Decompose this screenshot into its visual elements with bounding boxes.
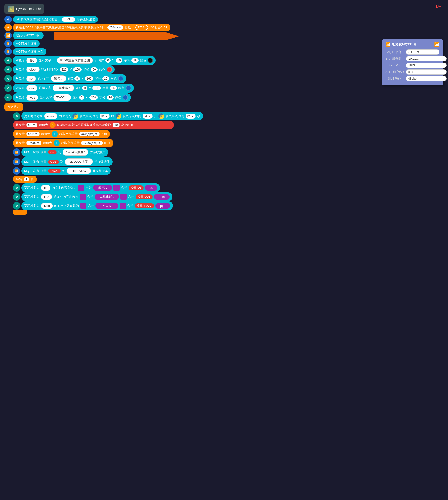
- mqtt-pub-o2-row: MQTT发布 变量 O2 到 " siot/O2浓度 " 并存数据库: [21, 148, 108, 157]
- obj-quote-close-title: 」: [94, 58, 97, 62]
- mqtt-popup-title-row: 📶 初始化MQTT ⚙ 📶: [385, 42, 439, 47]
- topic-o2-val: " siot/O2浓度 ": [66, 150, 85, 154]
- clock-update-mid: 的时间为: [59, 114, 71, 118]
- color-dot-blue-co2[interactable]: [126, 85, 131, 91]
- var-o2-action: I2C氧气浓度传感器读取环境氧气浓度取: [57, 123, 111, 127]
- mqtt-pass-input[interactable]: [406, 76, 447, 81]
- obj-title-icon: ⊖: [4, 57, 12, 64]
- time-dropdown[interactable]: 250ms ▼: [107, 25, 123, 30]
- obj-name-o2-val: o2: [29, 77, 33, 80]
- mqtt-pub-o2-icon: 📶: [13, 149, 20, 156]
- obj-quote-open-title: 「: [52, 58, 55, 62]
- loop-end-bar: [13, 211, 27, 215]
- text-icon-1: ≡: [78, 185, 84, 191]
- dropdown-arrow: ▼: [33, 123, 35, 127]
- color-dot-red[interactable]: [107, 67, 112, 72]
- address-dropdown[interactable]: 0x73 ▼: [62, 17, 75, 22]
- var-tvoc-quality-dropdown[interactable]: TVOC(ppb) ▼: [81, 141, 103, 145]
- df-label: DF: [436, 4, 441, 9]
- mqtt-platform-field: MQTT平台： SIOT ▼: [385, 49, 439, 55]
- obj-tvoc-block: ⊖ 对象名 tvoc 显示文字 TVOC： 在X 0 Y 220 字号 16 颜…: [4, 93, 444, 102]
- obj-x-co2: 0: [82, 86, 88, 90]
- mqtt-pub-tvoc-block: 📶 MQTT发布 变量 TVOC 到 " siot/TVOC " 并存数据库: [13, 167, 444, 175]
- mqtt-init-block: 📶 初始化MQTT ⚙: [4, 32, 444, 39]
- obj-o2-block: ⊖ 对象名 o2 显示文字 氧气： 在X 0 Y 160 字号 16 颜色: [4, 74, 444, 83]
- mqtt-connect-row: MQTT发起连接: [13, 40, 40, 47]
- clock-update-prefix: 更新时钟对象: [24, 114, 43, 118]
- update-o2-block: ⊖ 更新对象名 o2 的文本内容参数为 ≡ 合并 " 氧 气：" ≡ 合并 变量…: [13, 183, 444, 192]
- obj-o2-row: 对象名 o2 显示文字 氧气： 在X 0 Y 160 字号 16 颜色: [13, 74, 126, 83]
- clock-name-pill: clock: [44, 113, 57, 119]
- obj-value-co2: 二氧化碳：: [53, 85, 74, 91]
- var-tvoc-dropdown[interactable]: TVOC ▼: [26, 141, 41, 145]
- time-unit2-dropdown[interactable]: 分 ▼: [143, 114, 153, 119]
- color-dot-black[interactable]: [148, 58, 153, 63]
- i2c-oxygen-block: ⊙ I2C氧气浓度传感器初始化地址： 0x73 ▼ 等待直到成功: [4, 16, 444, 23]
- var-co2-val: CO2: [28, 132, 34, 136]
- mqtt-keep-row: MQTT保持连接,永久: [13, 48, 47, 55]
- color-dot-blue-tvoc[interactable]: [123, 95, 128, 100]
- var-co2-prefix: 将变量: [16, 132, 25, 136]
- mqtt-platform-select[interactable]: SIOT ▼: [406, 49, 439, 55]
- time-unit1-dropdown[interactable]: 时 ▼: [99, 114, 110, 119]
- update-o2-name: o2: [41, 185, 50, 191]
- python-logo-icon: 🐍: [8, 6, 14, 12]
- base-label: 基数：: [125, 25, 134, 30]
- mqtt-pub-tvoc-to: 到: [62, 169, 65, 173]
- obj-y-co2: 190: [92, 86, 101, 90]
- mqtt-pub-o2-to: 到: [58, 150, 61, 154]
- update-tvoc-name: tvoc: [41, 203, 53, 209]
- obj-name-clock: clock: [26, 66, 40, 73]
- svg-marker-0: [54, 32, 180, 40]
- mqtt-platform-val: SIOT: [408, 50, 415, 54]
- obj-title-row: 对象名 title 显示文字 「 807教室空气质量监测 」 在X 0 Y 10…: [13, 56, 156, 65]
- update-tvoc-block: ⊖ 更新对象名 tvoc 的文本内容参数为 ≡ 合并 " T V O C：" ≡…: [13, 201, 444, 210]
- arrow-svg: [54, 30, 180, 43]
- topic-co2-val: " siot/CO2浓度 ": [68, 160, 90, 164]
- var-co2-row: 将变量 CO2 ▼ 赋值为 ❋ 获取空气质量 CO2(ppm) ▼ 的值: [13, 130, 110, 138]
- var-o2-row: 将变量 O2 ▼ 赋值为 ⊙ I2C氧气浓度传感器读取环境氧气浓度取 10 次平…: [13, 121, 174, 129]
- obj-prefix-title: 对象名: [16, 58, 25, 62]
- obj-y-clock: 100: [73, 67, 82, 72]
- obj-font-co2: 16: [110, 86, 117, 90]
- mqtt-server-input[interactable]: [406, 56, 447, 61]
- update-co2-name: co2: [41, 194, 52, 200]
- mqtt-popup-gear-icon[interactable]: ⚙: [413, 42, 418, 47]
- mqtt-pub-o2-block: 📶 MQTT发布 变量 O2 到 " siot/O2浓度 " 并存数据库: [13, 148, 444, 157]
- obj-x-tvoc: 0: [79, 95, 85, 100]
- wait-value-badge: 1: [24, 177, 29, 181]
- mqtt-gear-icon[interactable]: ⚙: [35, 33, 40, 38]
- time-suffix3: 秒: [197, 114, 200, 118]
- mqtt-user-label: SIoT 用户名：: [385, 70, 404, 74]
- text-icon-3: ≡: [80, 194, 86, 200]
- obj-name-clock-val: clock: [29, 68, 36, 71]
- mqtt-pub-co2-icon: 📶: [13, 158, 20, 166]
- var-co2-quality-dropdown[interactable]: CO2(ppm) ▼: [79, 132, 100, 136]
- update-co2-icon: ⊖: [13, 193, 20, 200]
- var-co2-dropdown[interactable]: CO2 ▼: [26, 132, 40, 136]
- mqtt-user-input[interactable]: [406, 69, 447, 75]
- obj-x-clock: 120: [60, 67, 68, 72]
- get-sys3: 获取系统时间: [166, 114, 184, 118]
- obj-tvoc-icon: ⊖: [4, 94, 12, 101]
- time-unit3-dropdown[interactable]: 秒 ▼: [186, 114, 196, 119]
- mqtt-keep-block: 📶 MQTT保持连接,永久: [4, 48, 444, 55]
- mqtt-pub-o2-prefix: MQTT发布: [24, 150, 39, 154]
- var-pill-co2-val: CO2: [50, 160, 56, 163]
- var-o2-dropdown[interactable]: O2 ▼: [26, 123, 37, 127]
- var-o2-prefix: 将变量: [16, 123, 25, 127]
- obj-x-label-title: 在X: [99, 58, 104, 62]
- obj-co2-block: ⊖ 对象名 co2 显示文字 二氧化碳： 在X 0 Y 190 字号 16 颜色: [4, 84, 444, 92]
- i2c-sensor-icon: ⊙: [49, 122, 56, 128]
- update-o2-icon: ⊖: [13, 184, 20, 192]
- i2c-oxygen-icon: ⊙: [4, 16, 12, 23]
- arrow-decoration: [54, 30, 180, 44]
- color-dot-blue-o2[interactable]: [118, 76, 123, 81]
- python-icon-3: 🐍: [159, 113, 164, 119]
- obj-value-tvoc-val: TVOC：: [56, 95, 68, 100]
- mqtt-connect-text: MQTT发起连接: [16, 41, 37, 46]
- mqtt-pub-tvoc-row: MQTT发布 变量 TVOC 到 " siot/TVOC " 并存数据库: [21, 167, 111, 175]
- mqtt-port-input[interactable]: [406, 63, 447, 68]
- topic-o2-pill: " siot/O2浓度 ": [63, 149, 89, 155]
- ccs811-sensor-icon: ❋: [52, 131, 58, 137]
